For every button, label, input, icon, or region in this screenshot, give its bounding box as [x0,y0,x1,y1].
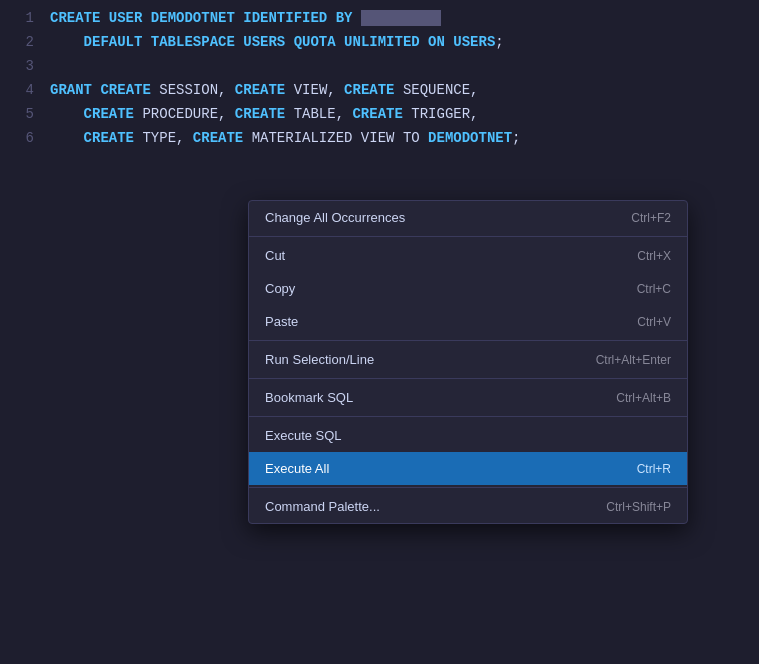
menu-item-paste[interactable]: Paste Ctrl+V [249,305,687,338]
line-content-3 [50,58,58,74]
menu-item-execute-sql[interactable]: Execute SQL [249,419,687,452]
menu-item-bookmark-sql-shortcut: Ctrl+Alt+B [616,391,671,405]
menu-item-bookmark-sql-label: Bookmark SQL [265,390,616,405]
menu-item-change-all-occurrences[interactable]: Change All Occurrences Ctrl+F2 [249,201,687,234]
code-line-2: 2 DEFAULT TABLESPACE USERS QUOTA UNLIMIT… [0,34,759,58]
code-line-4: 4 GRANT CREATE SESSION, CREATE VIEW, CRE… [0,82,759,106]
menu-item-command-palette-shortcut: Ctrl+Shift+P [606,500,671,514]
code-line-3: 3 [0,58,759,82]
menu-divider-3 [249,378,687,379]
line-content-2: DEFAULT TABLESPACE USERS QUOTA UNLIMITED… [50,34,504,50]
menu-item-copy-shortcut: Ctrl+C [637,282,671,296]
menu-item-copy[interactable]: Copy Ctrl+C [249,272,687,305]
menu-item-run-selection-label: Run Selection/Line [265,352,596,367]
code-line-6: 6 CREATE TYPE, CREATE MATERIALIZED VIEW … [0,130,759,154]
line-number-3: 3 [0,58,50,74]
line-number-2: 2 [0,34,50,50]
menu-divider-4 [249,416,687,417]
line-number-4: 4 [0,82,50,98]
menu-item-cut-label: Cut [265,248,637,263]
line-number-5: 5 [0,106,50,122]
menu-item-cut-shortcut: Ctrl+X [637,249,671,263]
context-menu: Change All Occurrences Ctrl+F2 Cut Ctrl+… [248,200,688,524]
menu-item-paste-label: Paste [265,314,637,329]
line-number-1: 1 [0,10,50,26]
line-content-1: CREATE USER DEMODOTNET IDENTIFIED BY [50,10,441,26]
editor: 1 CREATE USER DEMODOTNET IDENTIFIED BY 2… [0,0,759,164]
code-line-1: 1 CREATE USER DEMODOTNET IDENTIFIED BY [0,10,759,34]
menu-item-run-selection[interactable]: Run Selection/Line Ctrl+Alt+Enter [249,343,687,376]
line-content-6: CREATE TYPE, CREATE MATERIALIZED VIEW TO… [50,130,521,146]
menu-item-run-selection-shortcut: Ctrl+Alt+Enter [596,353,671,367]
menu-item-command-palette-label: Command Palette... [265,499,606,514]
menu-item-execute-all[interactable]: Execute All Ctrl+R [249,452,687,485]
code-line-5: 5 CREATE PROCEDURE, CREATE TABLE, CREATE… [0,106,759,130]
menu-divider-5 [249,487,687,488]
menu-item-execute-all-shortcut: Ctrl+R [637,462,671,476]
line-number-6: 6 [0,130,50,146]
menu-item-paste-shortcut: Ctrl+V [637,315,671,329]
menu-item-cut[interactable]: Cut Ctrl+X [249,239,687,272]
menu-item-command-palette[interactable]: Command Palette... Ctrl+Shift+P [249,490,687,523]
menu-item-copy-label: Copy [265,281,637,296]
menu-item-execute-sql-label: Execute SQL [265,428,671,443]
menu-item-bookmark-sql[interactable]: Bookmark SQL Ctrl+Alt+B [249,381,687,414]
menu-item-change-all-occurrences-shortcut: Ctrl+F2 [631,211,671,225]
line-content-5: CREATE PROCEDURE, CREATE TABLE, CREATE T… [50,106,479,122]
menu-divider-1 [249,236,687,237]
menu-divider-2 [249,340,687,341]
line-content-4: GRANT CREATE SESSION, CREATE VIEW, CREAT… [50,82,479,98]
menu-item-execute-all-label: Execute All [265,461,637,476]
menu-item-change-all-occurrences-label: Change All Occurrences [265,210,631,225]
